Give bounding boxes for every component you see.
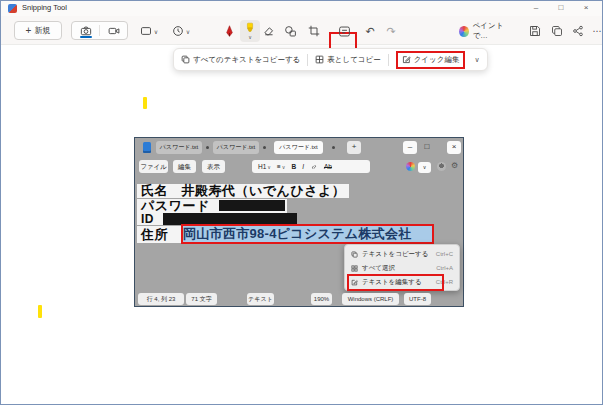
crop-icon [308, 25, 320, 37]
window-title: Snipping Tool [22, 3, 67, 12]
edit-text-highlight-box [347, 274, 444, 291]
highlighter-tool-selected[interactable]: ∨ [240, 20, 260, 42]
copy-icon [181, 55, 190, 64]
notepad-close: × [447, 141, 461, 154]
eraser-icon [262, 25, 275, 38]
quick-edit-button[interactable]: クイック編集 [402, 55, 460, 65]
more-icon: ⋯ [593, 21, 602, 41]
text-line-address-label: 住所 [137, 226, 181, 243]
text-actions-button[interactable] [336, 21, 352, 41]
undo-button[interactable]: ↶ [363, 21, 377, 41]
notepad-maximize: □ [421, 141, 433, 154]
chevron-down-icon: ∨ [248, 34, 252, 40]
unsaved-dot [206, 146, 209, 149]
menu-item-shortcut: Ctrl+C [436, 251, 453, 257]
context-menu-select-all[interactable]: すべて選択 Ctrl+A [345, 261, 459, 275]
text-actions-icon [338, 25, 351, 38]
video-mode-button[interactable] [100, 22, 127, 39]
new-tab-button: + [347, 141, 361, 154]
maximize-icon: □ [425, 142, 430, 151]
copy-button[interactable] [550, 21, 564, 41]
see-more-button[interactable]: ⋯ [591, 21, 603, 41]
select-all-icon [351, 265, 358, 272]
ballpoint-pen-tool[interactable] [221, 21, 237, 41]
copy-all-text-label: すべてのテキストをコピーする [193, 55, 300, 65]
copy-as-table-button[interactable]: 表としてコピー [315, 55, 380, 65]
menu-item-shortcut: Ctrl+A [436, 265, 453, 271]
menu-file: ファイル [139, 160, 168, 173]
notepad-tab-2: パスワード.txt [213, 141, 259, 154]
maximize-button[interactable]: □ [554, 2, 568, 14]
menu-item-label: すべて選択 [362, 264, 395, 273]
snipping-tool-app-icon [8, 4, 17, 13]
chevron-down-icon: ∨ [186, 28, 190, 35]
copy-icon [351, 251, 358, 258]
chevron-down-icon: ∨ [423, 164, 427, 170]
camera-icon [80, 25, 92, 37]
minimize-button[interactable]: – [529, 2, 543, 14]
notepad-tab-1: パスワード.txt [156, 141, 202, 154]
copy-as-table-label: 表としてコピー [327, 55, 380, 65]
snip-shape-dropdown[interactable]: ∨ [135, 21, 163, 41]
share-button[interactable] [571, 21, 585, 41]
rectangle-mode-icon [140, 25, 152, 37]
delay-dropdown[interactable]: ∨ [167, 21, 195, 41]
chevron-down-icon: ∨ [267, 164, 271, 170]
save-button[interactable] [528, 21, 542, 41]
heading-dropdown: H1∨ [258, 163, 271, 170]
shapes-tool[interactable] [282, 21, 298, 41]
clock-icon [172, 25, 184, 37]
menu-label: 編集 [178, 163, 191, 170]
new-snip-label: 新規 [34, 25, 50, 36]
captured-screenshot[interactable]: パスワード.txt パスワード.txt パスワード.txt + – □ × ファ… [134, 137, 464, 307]
eraser-tool[interactable] [260, 21, 276, 41]
new-snip-button[interactable]: + 新規 [14, 21, 62, 40]
palette-chevron: ∨ [418, 162, 431, 173]
heading-label: H1 [258, 163, 266, 170]
plus-icon: + [352, 142, 357, 151]
gear-icon: ⚙ [451, 161, 458, 170]
account-avatar [437, 162, 446, 171]
menu-view: 表示 [202, 160, 225, 173]
quick-edit-label: クイック編集 [414, 55, 460, 65]
divider [307, 54, 308, 66]
italic-button: I [302, 163, 304, 170]
red-pen-icon [223, 24, 236, 38]
chevron-down-icon: ∨ [474, 56, 479, 63]
text-actions-bar: すべてのテキストをコピーする 表としてコピー クイック編集 ∨ [173, 48, 488, 71]
copy-all-text-button[interactable]: すべてのテキストをコピーする [181, 55, 300, 65]
menu-label: 表示 [207, 163, 220, 170]
crop-tool[interactable] [306, 21, 322, 41]
menu-edit: 編集 [173, 160, 196, 173]
maximize-icon: □ [559, 3, 564, 12]
context-menu: テキストをコピーする Ctrl+C すべて選択 Ctrl+A テキストを編集する… [344, 244, 460, 291]
context-menu-copy-text[interactable]: テキストをコピーする Ctrl+C [345, 247, 459, 261]
copilot-palette-icon [406, 162, 415, 171]
minimize-icon: – [534, 3, 538, 12]
collapse-bar-chevron[interactable]: ∨ [474, 56, 479, 64]
status-cursor-position: 行 4, 列 23 [138, 293, 184, 305]
screenshot-mode-button[interactable] [72, 22, 99, 39]
selected-mode-indicator [80, 36, 92, 38]
format-toolbar: H1∨ ≡∨ B I Ab [252, 160, 370, 173]
status-doc-type: テキスト [247, 293, 274, 305]
list-dropdown: ≡∨ [277, 163, 285, 170]
divider [388, 54, 389, 66]
edit-in-paint-button[interactable]: ペイントで… [459, 21, 513, 41]
close-button[interactable]: × [579, 2, 593, 14]
format-clear-icon: Ab [324, 163, 332, 170]
share-icon [572, 25, 584, 37]
save-icon [529, 25, 541, 37]
address-highlight-box: 岡山市西市98-4ピコシステム株式会社 [181, 224, 434, 244]
title-bar: Snipping Tool – □ × [1, 1, 602, 16]
list-icon: ≡ [277, 163, 281, 170]
menu-label: ファイル [140, 163, 167, 170]
paint-icon [459, 26, 469, 37]
notepad-minimize: – [403, 141, 417, 154]
bold-button: B [291, 163, 296, 170]
unsaved-dot [263, 146, 266, 149]
selected-address-text[interactable]: 岡山市西市98-4ピコシステム株式会社 [183, 226, 432, 242]
close-icon: × [452, 142, 457, 151]
redo-button[interactable]: ↷ [384, 21, 398, 41]
tab-label: パスワード.txt [160, 144, 199, 150]
